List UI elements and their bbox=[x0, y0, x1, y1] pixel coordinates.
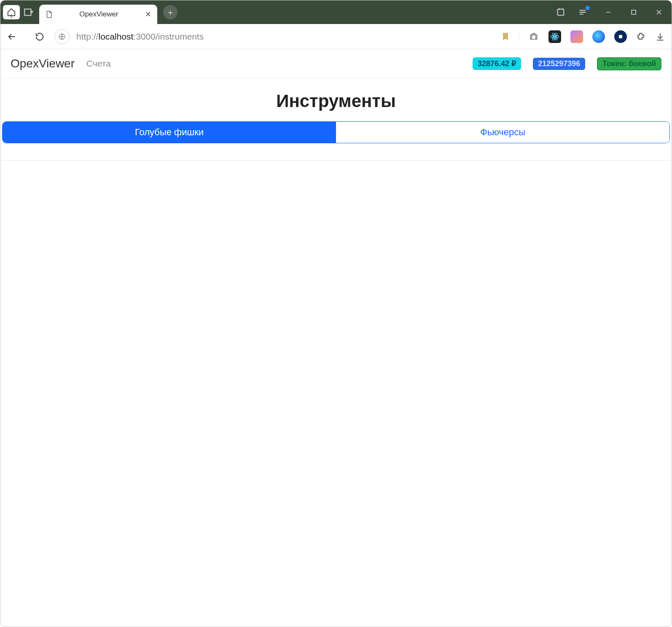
collections-icon[interactable] bbox=[556, 8, 565, 17]
extension-react-icon[interactable] bbox=[548, 30, 561, 43]
back-button[interactable] bbox=[7, 32, 20, 41]
separator bbox=[519, 32, 519, 41]
workspace-add-icon[interactable] bbox=[22, 6, 35, 19]
new-tab-button[interactable]: ＋ bbox=[163, 5, 177, 19]
extension-circle-2[interactable] bbox=[614, 30, 627, 43]
tab-close-icon[interactable]: ✕ bbox=[145, 10, 151, 19]
url-host: localhost bbox=[99, 32, 134, 41]
nav-link-0[interactable]: Счета bbox=[86, 59, 111, 69]
browser-tab[interactable]: OpexViewer ✕ bbox=[39, 5, 157, 24]
window-minimize-button[interactable] bbox=[596, 0, 621, 24]
svg-rect-3 bbox=[558, 9, 564, 16]
workspace-badge: 1 bbox=[10, 13, 13, 19]
app-brand[interactable]: OpexViewer bbox=[11, 57, 75, 70]
window-maximize-button[interactable] bbox=[621, 0, 646, 24]
svg-rect-0 bbox=[24, 9, 31, 15]
document-icon bbox=[45, 11, 53, 18]
workspace-home-button[interactable]: 1 bbox=[3, 5, 20, 19]
account-badge[interactable]: 2125297396 bbox=[533, 58, 585, 70]
token-badge[interactable]: Токен: боевой bbox=[597, 57, 661, 70]
extension-circle-icon[interactable] bbox=[592, 30, 605, 43]
extension-square-1[interactable] bbox=[570, 30, 583, 43]
window-close-button[interactable] bbox=[646, 0, 672, 24]
browser-addressbar: http://localhost:3000/instruments bbox=[0, 24, 672, 49]
extension-camera-icon[interactable] bbox=[528, 31, 539, 42]
site-identity-icon[interactable] bbox=[54, 29, 70, 44]
browser-titlebar: 1 OpexViewer ✕ ＋ bbox=[0, 0, 672, 24]
bookmark-icon[interactable] bbox=[502, 32, 509, 41]
tab-blue-chips[interactable]: Голубые фишки bbox=[3, 122, 336, 143]
app-navbar: OpexViewer Счета 32876.42 ₽ 2125297396 Т… bbox=[0, 49, 672, 78]
url-prefix: http:// bbox=[76, 32, 99, 41]
svg-point-15 bbox=[532, 35, 536, 39]
instrument-tabs: Голубые фишки Фьючерсы bbox=[2, 121, 670, 143]
extensions-button[interactable] bbox=[636, 32, 646, 42]
balance-badge[interactable]: 32876.42 ₽ bbox=[473, 57, 521, 70]
url-path: :3000/instruments bbox=[133, 32, 204, 41]
svg-rect-10 bbox=[632, 10, 636, 14]
menu-icon[interactable] bbox=[578, 8, 587, 17]
page-scroll[interactable]: OpexViewer Счета 32876.42 ₽ 2125297396 Т… bbox=[0, 49, 672, 627]
download-icon[interactable] bbox=[656, 32, 665, 41]
svg-point-16 bbox=[554, 36, 556, 38]
tab-futures[interactable]: Фьючерсы bbox=[336, 122, 669, 143]
tab-title: OpexViewer bbox=[59, 10, 139, 19]
url-field[interactable]: http://localhost:3000/instruments bbox=[76, 32, 495, 42]
reload-button[interactable] bbox=[35, 32, 48, 41]
page-title: Инструменты bbox=[0, 91, 672, 111]
